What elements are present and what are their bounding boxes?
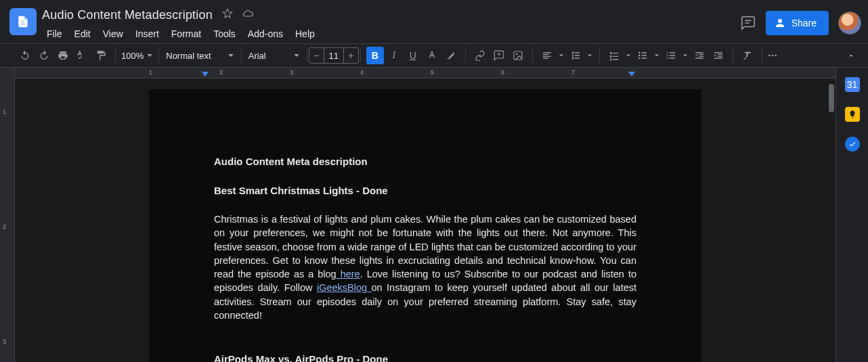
document-page[interactable]: Audio Content Meta description Best Smar… bbox=[149, 89, 701, 362]
ruler-tick: 3 bbox=[290, 69, 293, 76]
bullet-dropdown[interactable] bbox=[653, 53, 661, 58]
svg-point-9 bbox=[638, 58, 641, 60]
font-value: Arial bbox=[248, 51, 266, 61]
menu-help[interactable]: Help bbox=[290, 26, 320, 42]
indent-increase-icon[interactable] bbox=[710, 47, 727, 64]
checklist-icon[interactable] bbox=[605, 47, 623, 64]
title-area: Audio Content Metadescription File Edit … bbox=[42, 7, 740, 42]
spacing-dropdown[interactable] bbox=[586, 53, 594, 58]
font-size-increase[interactable]: + bbox=[343, 48, 358, 63]
highlight-button[interactable] bbox=[442, 47, 460, 64]
print-icon[interactable] bbox=[54, 47, 72, 64]
svg-point-6 bbox=[515, 53, 517, 55]
ruler-tick: 5 bbox=[431, 69, 434, 76]
ruler-tick: 1 bbox=[3, 108, 6, 115]
doc-paragraph: Christmas is a festival of lights and pl… bbox=[214, 212, 636, 322]
indent-decrease-icon[interactable] bbox=[691, 47, 708, 64]
tasks-icon[interactable] bbox=[845, 137, 860, 152]
insert-image-icon[interactable] bbox=[509, 47, 527, 64]
insert-comment-icon[interactable] bbox=[490, 47, 508, 64]
font-size-box: − 11 + bbox=[309, 47, 359, 64]
menu-tools[interactable]: Tools bbox=[209, 26, 240, 42]
italic-button[interactable]: I bbox=[385, 47, 403, 64]
text-color-button[interactable] bbox=[423, 47, 441, 64]
docs-logo-icon[interactable] bbox=[9, 8, 37, 35]
doc-heading: Best Smart Christmas Lights - Done bbox=[214, 183, 636, 198]
numbered-list-icon[interactable] bbox=[662, 47, 680, 64]
svg-rect-2 bbox=[21, 20, 24, 21]
more-icon[interactable] bbox=[764, 47, 781, 64]
keep-icon[interactable] bbox=[845, 107, 860, 122]
menu-edit[interactable]: Edit bbox=[70, 26, 95, 42]
chevron-down-icon bbox=[146, 52, 153, 59]
vertical-ruler[interactable]: 1 2 3 bbox=[0, 68, 15, 362]
app-header: Audio Content Metadescription File Edit … bbox=[0, 0, 868, 43]
zoom-select[interactable]: 100% bbox=[117, 51, 157, 61]
font-select[interactable]: Arial bbox=[243, 51, 305, 61]
share-label: Share bbox=[791, 18, 817, 28]
right-indent-marker[interactable] bbox=[628, 72, 635, 76]
svg-rect-1 bbox=[21, 24, 26, 24]
font-size-decrease[interactable]: − bbox=[309, 48, 324, 63]
chevron-down-icon bbox=[227, 52, 234, 59]
left-indent-marker[interactable] bbox=[202, 72, 209, 76]
doc-link-igeeksblog[interactable]: iGeeksBlog bbox=[317, 282, 372, 293]
doc-heading: Audio Content Meta description bbox=[214, 154, 636, 168]
underline-button[interactable]: U bbox=[404, 47, 422, 64]
bold-button[interactable]: B bbox=[366, 47, 384, 64]
svg-point-10 bbox=[768, 55, 771, 57]
svg-point-7 bbox=[638, 52, 641, 54]
chevron-down-icon bbox=[293, 52, 300, 59]
ruler-tick: 7 bbox=[571, 69, 575, 76]
bullet-list-icon[interactable] bbox=[634, 47, 651, 64]
ruler-tick: 3 bbox=[3, 338, 6, 345]
menu-addons[interactable]: Add-ons bbox=[243, 26, 288, 42]
calendar-icon[interactable]: 31 bbox=[845, 77, 860, 92]
scrollbar-thumb[interactable] bbox=[829, 84, 834, 112]
style-value: Normal text bbox=[166, 51, 211, 61]
zoom-value: 100% bbox=[121, 51, 144, 61]
document-title[interactable]: Audio Content Metadescription bbox=[42, 8, 213, 22]
document-scroll[interactable]: Audio Content Meta description Best Smar… bbox=[15, 68, 836, 362]
svg-point-11 bbox=[771, 55, 773, 57]
horizontal-ruler[interactable]: 1 2 3 4 5 6 7 bbox=[15, 68, 836, 78]
undo-icon[interactable] bbox=[16, 47, 34, 64]
editor-area: 1 2 3 Audio Content Meta description Bes… bbox=[0, 68, 836, 362]
svg-point-8 bbox=[638, 55, 641, 57]
line-spacing-button[interactable] bbox=[567, 47, 584, 64]
svg-rect-5 bbox=[514, 51, 522, 60]
ruler-tick: 1 bbox=[149, 69, 152, 76]
clear-formatting-icon[interactable] bbox=[739, 47, 756, 64]
insert-link-icon[interactable] bbox=[471, 47, 489, 64]
comments-icon[interactable] bbox=[740, 15, 756, 31]
svg-rect-0 bbox=[21, 22, 26, 23]
ruler-tick: 4 bbox=[360, 69, 364, 76]
star-icon[interactable] bbox=[222, 8, 233, 22]
hide-menus-button[interactable] bbox=[840, 44, 863, 67]
menu-file[interactable]: File bbox=[42, 26, 67, 42]
person-icon bbox=[774, 17, 786, 29]
align-dropdown[interactable] bbox=[557, 53, 565, 58]
share-button[interactable]: Share bbox=[766, 11, 829, 35]
menu-format[interactable]: Format bbox=[167, 26, 206, 42]
paint-format-icon[interactable] bbox=[92, 47, 110, 64]
account-avatar[interactable] bbox=[838, 12, 861, 35]
header-right: Share bbox=[740, 11, 861, 35]
menu-insert[interactable]: Insert bbox=[131, 26, 164, 42]
doc-link-here[interactable]: here bbox=[337, 269, 360, 279]
font-size-value[interactable]: 11 bbox=[324, 51, 343, 61]
redo-icon[interactable] bbox=[35, 47, 53, 64]
align-button[interactable] bbox=[538, 47, 556, 64]
paragraph-style-select[interactable]: Normal text bbox=[160, 51, 239, 61]
svg-point-12 bbox=[775, 55, 777, 57]
cloud-saved-icon[interactable] bbox=[242, 8, 253, 22]
spellcheck-icon[interactable] bbox=[73, 47, 91, 64]
numbered-dropdown[interactable] bbox=[681, 53, 689, 58]
toolbar: 100% Normal text Arial − 11 + B I U bbox=[0, 43, 868, 68]
menu-view[interactable]: View bbox=[98, 26, 128, 42]
ruler-tick: 6 bbox=[501, 69, 504, 76]
checklist-dropdown[interactable] bbox=[624, 53, 632, 58]
side-panel: 31 bbox=[836, 68, 868, 362]
menu-bar: File Edit View Insert Format Tools Add-o… bbox=[42, 26, 740, 42]
ruler-tick: 2 bbox=[3, 223, 6, 230]
